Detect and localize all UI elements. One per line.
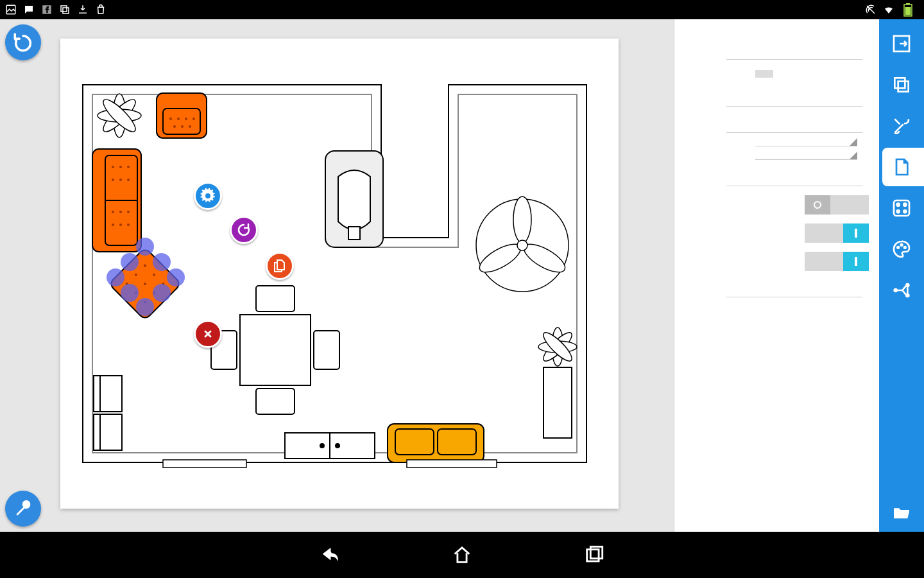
svg-point-56 xyxy=(517,240,527,250)
armchair-orange xyxy=(157,93,207,138)
svg-point-34 xyxy=(127,223,130,226)
toolbar-export-button[interactable] xyxy=(882,24,921,63)
svg-point-16 xyxy=(193,118,195,120)
name-input[interactable] xyxy=(726,42,862,60)
svg-point-80 xyxy=(896,203,900,206)
wrench-button[interactable] xyxy=(5,491,41,527)
units-dropdown[interactable] xyxy=(755,155,857,160)
vibrate-icon xyxy=(865,4,877,15)
android-status-bar xyxy=(0,0,924,19)
undo-button[interactable] xyxy=(5,24,41,60)
loveseat-yellow xyxy=(388,424,484,462)
download-icon xyxy=(77,4,89,15)
selection-handle[interactable] xyxy=(153,284,171,302)
svg-point-27 xyxy=(119,179,122,181)
selection-handle[interactable] xyxy=(121,253,139,271)
toolbar-shapes-button[interactable] xyxy=(882,189,921,227)
svg-point-29 xyxy=(112,211,114,213)
svg-rect-51 xyxy=(348,227,360,240)
object-rotate-button[interactable] xyxy=(230,216,258,244)
svg-point-81 xyxy=(903,203,907,206)
svg-rect-79 xyxy=(894,200,909,216)
size-value-chip[interactable] xyxy=(755,70,773,78)
selection-handle[interactable] xyxy=(136,298,154,316)
scale-input[interactable] xyxy=(726,169,862,186)
battery-icon xyxy=(903,3,912,17)
svg-point-28 xyxy=(127,179,130,181)
svg-point-26 xyxy=(112,179,114,181)
svg-point-25 xyxy=(127,166,130,168)
orientation-dropdown[interactable] xyxy=(755,142,857,146)
canvas-area[interactable] xyxy=(0,19,674,532)
ceiling-fan xyxy=(475,197,569,292)
dining-table xyxy=(211,286,339,414)
nav-home-button[interactable] xyxy=(447,540,477,570)
svg-point-53 xyxy=(513,197,531,243)
svg-rect-12 xyxy=(163,109,200,134)
svg-point-69 xyxy=(336,444,339,448)
snap-obj-switch[interactable] xyxy=(805,252,869,271)
width-input[interactable] xyxy=(726,89,862,107)
object-copy-button[interactable] xyxy=(266,252,294,280)
svg-point-82 xyxy=(896,210,900,213)
svg-rect-46 xyxy=(256,286,295,311)
toolbar-open-button[interactable] xyxy=(882,493,921,532)
gallery-icon xyxy=(5,4,17,15)
svg-point-68 xyxy=(320,444,324,448)
svg-point-15 xyxy=(185,118,187,120)
svg-point-33 xyxy=(119,223,122,226)
svg-rect-73 xyxy=(163,460,246,468)
battery-status xyxy=(901,3,912,17)
svg-rect-72 xyxy=(438,429,476,455)
tv-unit xyxy=(325,151,383,247)
plant-top-left xyxy=(98,94,141,137)
svg-rect-91 xyxy=(590,547,602,558)
svg-rect-77 xyxy=(894,78,905,88)
svg-point-17 xyxy=(173,125,176,128)
svg-point-84 xyxy=(897,246,900,249)
nav-recent-button[interactable] xyxy=(579,540,609,570)
selection-handle[interactable] xyxy=(107,268,124,286)
svg-point-14 xyxy=(177,118,180,120)
selection-handle[interactable] xyxy=(153,253,171,271)
object-settings-button[interactable] xyxy=(194,182,222,210)
svg-rect-78 xyxy=(898,82,909,92)
wall-openings xyxy=(163,460,497,468)
toolbar-page-button[interactable] xyxy=(882,148,924,186)
spacing-input[interactable] xyxy=(726,280,862,297)
android-nav-bar xyxy=(0,532,924,578)
chat-icon xyxy=(23,4,35,15)
selection-handle[interactable] xyxy=(121,284,139,302)
sofa-orange xyxy=(92,149,141,252)
svg-point-83 xyxy=(903,210,907,213)
show-grid-switch[interactable] xyxy=(805,195,869,215)
svg-rect-61 xyxy=(543,367,572,438)
svg-point-89 xyxy=(906,293,909,297)
toolbar-connector-button[interactable] xyxy=(882,271,921,310)
bookshelf-pair xyxy=(94,376,122,450)
properties-panel xyxy=(674,19,879,532)
svg-rect-45 xyxy=(240,315,311,385)
nav-back-button[interactable] xyxy=(315,540,345,570)
svg-point-86 xyxy=(903,246,906,249)
svg-point-18 xyxy=(181,125,184,128)
svg-point-85 xyxy=(900,243,903,246)
svg-rect-62 xyxy=(94,376,122,412)
svg-rect-5 xyxy=(906,3,910,4)
toolbar-palette-button[interactable] xyxy=(882,230,921,268)
facebook-icon xyxy=(41,4,53,15)
svg-point-32 xyxy=(112,223,114,226)
object-delete-button[interactable] xyxy=(194,320,222,348)
toolbar-copy-button[interactable] xyxy=(882,66,921,104)
height-input[interactable] xyxy=(726,116,862,133)
svg-rect-74 xyxy=(407,460,497,468)
svg-point-19 xyxy=(189,125,191,128)
toolbar-tools-button[interactable] xyxy=(882,107,921,145)
selection-handle[interactable] xyxy=(167,268,185,286)
svg-rect-71 xyxy=(395,429,434,455)
svg-rect-90 xyxy=(587,550,599,561)
snap-grid-switch[interactable] xyxy=(805,223,869,243)
selection-handle[interactable] xyxy=(136,238,154,256)
drawing-paper[interactable] xyxy=(60,39,619,509)
plant-right xyxy=(538,328,577,438)
